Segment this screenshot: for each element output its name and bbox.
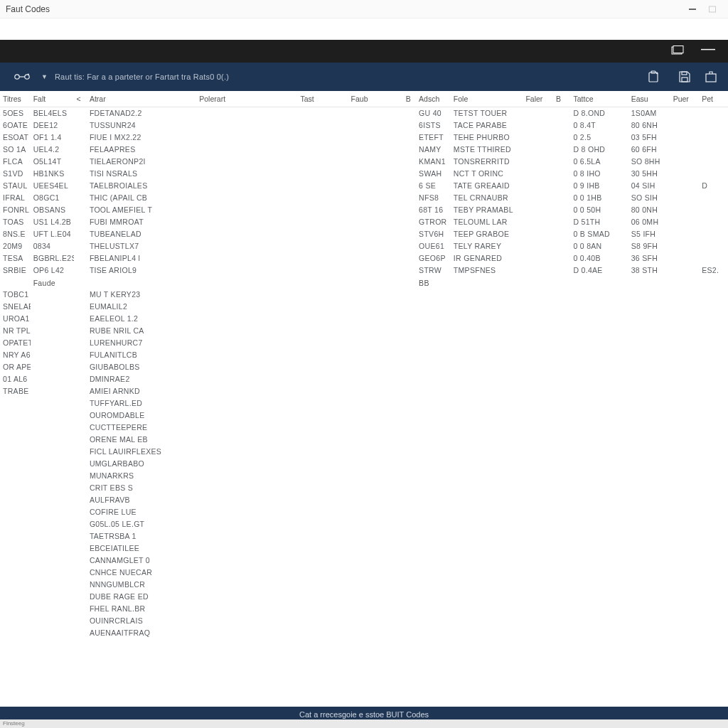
table-row[interactable]: MUNARKRS (0, 469, 728, 481)
table-cell (403, 590, 416, 602)
table-row[interactable]: SNELAEEUMALIL2 (0, 300, 728, 312)
table-row[interactable]: CRIT EBS S (0, 481, 728, 493)
table-row[interactable]: 20M90834THELUSTLX7OUE61TELY RAREY0 0 8AN… (0, 240, 728, 252)
table-cell: 0 0.40B (570, 252, 628, 264)
table-row[interactable]: NRY A6FULANITLCB (0, 348, 728, 360)
table-row[interactable]: FONRLOBSANSTOOL AMEFIEL T68T 16TEBY PRAM… (0, 203, 728, 215)
svg-point-4 (15, 75, 19, 79)
table-row[interactable]: 8NS.EUFT L.E04TUBEANELADSTV6HTEEP GRABOE… (0, 228, 728, 240)
column-header[interactable]: B (403, 91, 416, 107)
table-row[interactable]: EBCEIATILEE (0, 542, 728, 554)
table-row[interactable]: AUENAAITFRAQ (0, 626, 728, 638)
column-header[interactable]: Tast (298, 91, 348, 107)
table-cell: 36 SFH (628, 252, 670, 264)
table-row[interactable]: FICL LAUIRFLEXES (0, 445, 728, 457)
table-row[interactable]: NNNGUMBLCR (0, 578, 728, 590)
column-header[interactable]: Fole (451, 91, 523, 107)
table-cell (553, 457, 570, 469)
table-row[interactable]: SO 1AUEL4.2FELAAPRESNAMYMSTE TTHIREDD 8 … (0, 143, 728, 155)
table-cell (403, 566, 416, 578)
table-cell: UFT L.E04 (31, 228, 74, 240)
table-cell (74, 626, 87, 638)
table-row[interactable]: UMGLARBABO (0, 457, 728, 469)
table-cell (570, 324, 628, 336)
table-cell (699, 554, 728, 566)
column-header[interactable]: Faub (348, 91, 403, 107)
connection-icon[interactable] (10, 65, 34, 89)
dropdown-caret-icon[interactable]: ▼ (41, 73, 48, 80)
table-row[interactable]: SRBIEOP6 L42TISE ARIOL9STRWTMPSFNESD 0.4… (0, 264, 728, 276)
table-row[interactable]: COFIRE LUE (0, 505, 728, 518)
window-restore-button[interactable] (702, 2, 722, 16)
column-header[interactable]: Adsch (416, 91, 451, 107)
table-row[interactable]: FLCAO5L14TTIELAERONP2IKMAN1TONSRERRITD0 … (0, 155, 728, 167)
table-cell (670, 469, 700, 481)
column-header[interactable]: Faler (523, 91, 553, 107)
table-row[interactable]: FHEL RANL.BR (0, 602, 728, 614)
table-cell (403, 288, 416, 300)
table-row[interactable]: NR TPLRUBE NRIL CA (0, 324, 728, 336)
column-header[interactable]: Atrar (87, 91, 196, 107)
table-cell (0, 614, 31, 626)
table-row[interactable]: TOBC1MU T KERY23 (0, 288, 728, 300)
column-header[interactable]: Tattce (570, 91, 628, 107)
table-row[interactable]: OPATETLURENHURC7 (0, 336, 728, 348)
table-row[interactable]: 5OESBEL4ELSFDETANAD2.2GU 40TETST TOUERD … (0, 107, 728, 119)
table-row[interactable]: CUCTTEEPERE (0, 421, 728, 433)
window-minimize-button[interactable] (682, 2, 702, 16)
column-header[interactable]: Polerart (196, 91, 297, 107)
table-row[interactable]: 01 AL6DMINRAE2 (0, 373, 728, 385)
clipboard-icon[interactable] (641, 65, 665, 89)
table-row[interactable]: OUROMDABLE (0, 409, 728, 421)
table-cell (451, 276, 523, 288)
table-row[interactable]: ORENE MAL EB (0, 433, 728, 445)
save-icon[interactable] (673, 65, 697, 89)
table-cell (699, 481, 728, 493)
table-cell (699, 324, 728, 336)
table-cell (403, 614, 416, 626)
table-cell (74, 385, 87, 397)
table-row[interactable]: TRABEAMIEI ARNKD (0, 385, 728, 397)
column-header[interactable]: Puer (670, 91, 700, 107)
column-header[interactable]: Titres (0, 91, 31, 107)
table-row[interactable]: OUINRCRLAIS (0, 614, 728, 626)
window-restore-icon[interactable] (671, 46, 684, 57)
table-row[interactable]: S1VDHB1NKSTISI NSRALSSWAHNCT T ORINC0 8 … (0, 167, 728, 179)
table-cell: AMIEI ARNKD (87, 385, 196, 397)
column-header[interactable]: Pet (699, 91, 728, 107)
export-icon[interactable] (704, 65, 718, 89)
column-header[interactable]: < (74, 91, 87, 107)
table-cell (699, 445, 728, 457)
table-cell (699, 433, 728, 445)
table-row[interactable]: G05L.05 LE.GT (0, 518, 728, 530)
table-row[interactable]: 6OATEDEE12TUSSUNR246ISTSTACE PARABE0 8.4… (0, 119, 728, 131)
table-row[interactable]: CANNAMGLET 0 (0, 554, 728, 566)
table-cell (670, 143, 700, 155)
table-row[interactable]: ESOATOF1 1.4FIUE I MX2.22ETEFTTEHE PHURB… (0, 131, 728, 143)
table-cell (196, 602, 297, 614)
table-row[interactable]: OR APEGIUBABOLBS (0, 360, 728, 373)
table-cell (523, 373, 553, 385)
table-row[interactable]: AULFRAVB (0, 493, 728, 505)
table-cell (403, 457, 416, 469)
table-cell (403, 530, 416, 542)
table-row[interactable]: DUBE RAGE ED (0, 590, 728, 602)
table-row[interactable]: IFRALO8GC1THIC (APAIL CBNFS8TEL CRNAUBR0… (0, 191, 728, 203)
table-cell: SNELAE (0, 300, 31, 312)
table-row[interactable]: CNHCE NUECAR (0, 566, 728, 578)
column-header[interactable]: B (553, 91, 570, 107)
table-row[interactable]: TOASUS1 L4.2BFUBI MMROATGTRORTELOUML LAR… (0, 215, 728, 228)
table-row[interactable]: UROA1EAELEOL 1.2 (0, 312, 728, 324)
column-header[interactable]: Falt (31, 91, 74, 107)
table-row[interactable]: FaudeBB (0, 276, 728, 288)
table-row[interactable]: TAETRSBA 1 (0, 530, 728, 542)
table-row[interactable]: STAULUEES4ELTAELBROIALES6 SETATE GREAAID… (0, 179, 728, 191)
table-cell (403, 167, 416, 179)
table-cell (416, 481, 451, 493)
table-row[interactable]: TESABGBRL.E2SFBELANIPL4 lGEO6PIR GENARED… (0, 252, 728, 264)
table-cell (298, 590, 348, 602)
column-header[interactable]: Easu (628, 91, 670, 107)
table-row[interactable]: TUFFYARL.ED (0, 397, 728, 409)
table-cell (298, 530, 348, 542)
table-cell: CRIT EBS S (87, 481, 196, 493)
